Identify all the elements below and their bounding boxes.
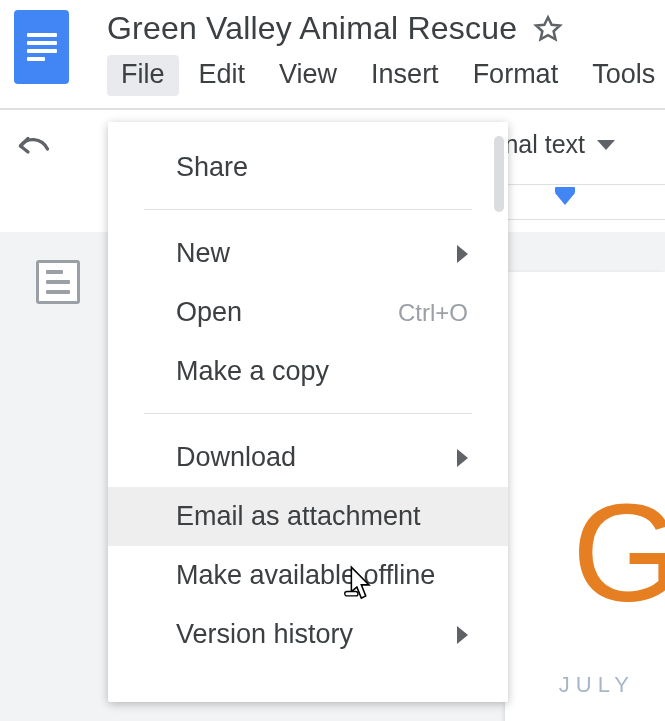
menubar: File Edit View Insert Format Tools bbox=[107, 55, 665, 96]
menu-item-label: New bbox=[176, 238, 230, 269]
star-icon[interactable] bbox=[533, 14, 563, 44]
menu-item-new[interactable]: New bbox=[108, 224, 508, 283]
menu-item-download[interactable]: Download bbox=[108, 428, 508, 487]
page-heading-letter: G bbox=[572, 472, 665, 634]
doc-header: Green Valley Animal Rescue File Edit Vie… bbox=[0, 0, 665, 96]
menu-shortcut: Ctrl+O bbox=[398, 299, 468, 327]
submenu-arrow-icon bbox=[457, 626, 468, 644]
menu-item-label: Version history bbox=[176, 619, 353, 650]
docs-logo-icon[interactable] bbox=[14, 10, 69, 84]
menu-edit[interactable]: Edit bbox=[185, 55, 260, 96]
menu-item-make-copy[interactable]: Make a copy bbox=[108, 342, 508, 401]
document-page[interactable]: G JULY bbox=[505, 272, 665, 721]
submenu-arrow-icon bbox=[457, 245, 468, 263]
menu-item-label: Open bbox=[176, 297, 242, 328]
doc-title[interactable]: Green Valley Animal Rescue bbox=[107, 10, 517, 47]
page-month-label: JULY bbox=[559, 672, 635, 698]
menu-tools[interactable]: Tools bbox=[578, 55, 665, 96]
menu-item-share[interactable]: Share bbox=[108, 138, 508, 197]
menu-item-label: Email as attachment bbox=[176, 501, 421, 532]
indent-marker-icon[interactable] bbox=[555, 193, 575, 205]
menu-item-version-history[interactable]: Version history bbox=[108, 605, 508, 664]
menu-item-email-attachment[interactable]: Email as attachment bbox=[108, 487, 508, 546]
menu-item-open[interactable]: Open Ctrl+O bbox=[108, 283, 508, 342]
menu-file[interactable]: File bbox=[107, 55, 179, 96]
menu-item-label: Download bbox=[176, 442, 296, 473]
menu-view[interactable]: View bbox=[265, 55, 351, 96]
menu-item-label: Make available offline bbox=[176, 560, 435, 591]
menu-format[interactable]: Format bbox=[459, 55, 573, 96]
paragraph-style-dropdown[interactable]: nal text bbox=[504, 130, 615, 159]
paragraph-style-label: nal text bbox=[504, 130, 585, 159]
ruler[interactable] bbox=[505, 184, 665, 220]
menu-insert[interactable]: Insert bbox=[357, 55, 453, 96]
outline-icon[interactable] bbox=[36, 260, 80, 304]
title-block: Green Valley Animal Rescue File Edit Vie… bbox=[107, 10, 665, 96]
menu-item-label: Make a copy bbox=[176, 356, 329, 387]
submenu-arrow-icon bbox=[457, 449, 468, 467]
undo-icon[interactable] bbox=[16, 132, 52, 164]
menu-item-make-offline[interactable]: Make available offline bbox=[108, 546, 508, 605]
menu-divider bbox=[144, 413, 472, 414]
chevron-down-icon bbox=[597, 140, 615, 150]
file-menu-dropdown: Share New Open Ctrl+O Make a copy Downlo… bbox=[108, 122, 508, 702]
menu-divider bbox=[144, 209, 472, 210]
menu-item-label: Share bbox=[176, 152, 248, 183]
